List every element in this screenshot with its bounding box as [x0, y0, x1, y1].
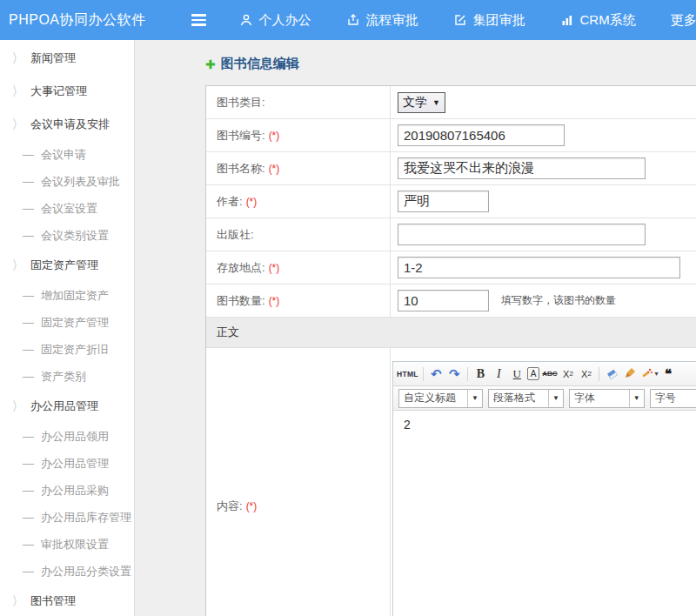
required-mark: (*) [269, 163, 280, 175]
chevron-right-icon: 〉 [12, 256, 23, 274]
font-color-icon[interactable]: A [527, 367, 540, 380]
sidebar-item-book-manage[interactable]: 〉图书管理 [0, 585, 134, 616]
nav-crm-system[interactable]: CRM系统 [560, 12, 636, 29]
redo-icon[interactable]: ↷ [446, 365, 463, 382]
nav-personal-office[interactable]: 个人办公 [239, 12, 311, 29]
sidebar-item-asset-depreciation[interactable]: —固定资产折旧 [0, 336, 134, 363]
rich-text-editor: HTML ↶ ↷ B I U A ABC X2 X2 [392, 361, 696, 616]
quantity-hint: 填写数字，该图书的数量 [501, 293, 616, 308]
sidebar-item-meeting-category[interactable]: —会议类别设置 [0, 222, 134, 249]
main-content: ✚ 图书信息编辑 图书类目: 文学 ▼ 图书编号:(*) 图书名称:(*) [135, 40, 696, 616]
form-row-book-name: 图书名称:(*) [206, 152, 696, 185]
bar-chart-icon [560, 13, 574, 27]
chevron-right-icon: 〉 [12, 82, 23, 100]
sidebar-item-supplies-stock[interactable]: —办公用品库存管理 [0, 504, 134, 531]
book-name-input[interactable] [398, 157, 646, 179]
required-mark: (*) [269, 295, 280, 307]
chevron-right-icon: 〉 [12, 592, 23, 610]
field-label: 内容: [217, 499, 243, 514]
sidebar-item-supplies-category[interactable]: —办公用品分类设置 [0, 558, 134, 585]
sidebar-item-approval-permission[interactable]: —审批权限设置 [0, 531, 134, 558]
paragraph-format-dropdown[interactable]: 段落格式 ▼ [488, 389, 564, 408]
blockquote-icon[interactable]: ❝ [660, 365, 677, 382]
publisher-input[interactable] [398, 224, 646, 245]
caret-down-icon: ▼ [548, 390, 563, 407]
sidebar-item-meeting-apply[interactable]: —会议申请 [0, 141, 134, 168]
field-label: 存放地点: [217, 260, 265, 276]
page-title: ✚ 图书信息编辑 [205, 56, 696, 72]
required-mark: (*) [269, 262, 280, 274]
sidebar-item-office-supplies[interactable]: 〉办公用品管理 [0, 390, 134, 423]
strikethrough-icon[interactable]: ABC [541, 365, 558, 382]
field-label: 图书数量: [217, 293, 265, 309]
book-edit-form: 图书类目: 文学 ▼ 图书编号:(*) 图书名称:(*) 作者:(*) [205, 85, 696, 616]
undo-icon[interactable]: ↶ [428, 365, 445, 382]
auto-typeset-icon[interactable]: ▾ [640, 365, 658, 382]
sidebar-item-supplies-manage[interactable]: —办公用品管理 [0, 450, 134, 477]
editor-toolbar-row1: HTML ↶ ↷ B I U A ABC X2 X2 [393, 362, 696, 386]
chevron-right-icon: 〉 [12, 115, 23, 133]
nav-workflow-approval[interactable]: 流程审批 [346, 12, 418, 29]
html-source-button[interactable]: HTML [397, 365, 418, 382]
sidebar-item-fixed-assets[interactable]: 〉固定资产管理 [0, 249, 134, 282]
form-row-content: 内容:(*) HTML ↶ ↷ B I U A A [206, 348, 696, 616]
location-input[interactable] [398, 257, 680, 278]
required-mark: (*) [269, 130, 280, 142]
required-mark: (*) [246, 500, 258, 512]
caret-down-icon: ▾ [654, 370, 658, 378]
category-select[interactable]: 文学 ▼ [398, 92, 445, 113]
sidebar-item-memorabilia[interactable]: 〉大事记管理 [0, 75, 134, 108]
form-row-author: 作者:(*) [206, 185, 696, 218]
top-header: PHPOA协同办公软件 个人办公 流程审批 集团审批 CRM系统 [0, 0, 696, 40]
edit-icon [453, 13, 467, 27]
field-label: 出版社: [217, 227, 254, 243]
sidebar-item-news[interactable]: 〉新闻管理 [0, 42, 134, 75]
subscript-icon[interactable]: X2 [578, 365, 594, 382]
editor-toolbar-row2: 自定义标题 ▼ 段落格式 ▼ 字体 ▼ [393, 386, 696, 411]
form-row-location: 存放地点:(*) [206, 251, 696, 285]
form-row-book-code: 图书编号:(*) [206, 119, 696, 152]
sidebar-item-supplies-purchase[interactable]: —办公用品采购 [0, 477, 134, 504]
section-header-body: 正文 [206, 318, 696, 348]
nav-group-approval[interactable]: 集团审批 [453, 12, 525, 29]
sidebar-item-meeting-room[interactable]: —会议室设置 [0, 195, 134, 222]
top-nav: 个人办公 流程审批 集团审批 CRM系统 更多应用 ▼ [239, 12, 696, 29]
sidebar-item-asset-manage[interactable]: —固定资产管理 [0, 309, 134, 336]
hamburger-menu-icon[interactable] [191, 14, 206, 26]
quantity-input[interactable] [398, 290, 489, 311]
chevron-right-icon: 〉 [12, 397, 23, 415]
author-input[interactable] [398, 191, 489, 212]
sidebar: 〉新闻管理 〉大事记管理 〉会议申请及安排 —会议申请 —会议列表及审批 —会议… [0, 40, 135, 616]
export-icon [346, 13, 360, 27]
caret-down-icon: ▼ [432, 98, 440, 107]
form-row-publisher: 出版社: [206, 218, 696, 251]
field-label: 图书名称: [217, 161, 265, 177]
custom-title-dropdown[interactable]: 自定义标题 ▼ [398, 389, 483, 408]
plus-icon: ✚ [205, 57, 216, 71]
app-title: PHPOA协同办公软件 [0, 11, 146, 30]
sidebar-item-meeting-list[interactable]: —会议列表及审批 [0, 168, 134, 195]
italic-icon[interactable]: I [491, 365, 507, 382]
user-icon [239, 13, 253, 27]
eraser-icon[interactable] [604, 365, 620, 382]
form-row-quantity: 图书数量:(*) 填写数字，该图书的数量 [206, 285, 696, 318]
underline-icon[interactable]: U [509, 365, 525, 382]
field-label: 图书类目: [217, 95, 265, 110]
nav-more-apps[interactable]: 更多应用 ▼ [671, 12, 696, 29]
caret-down-icon: ▼ [467, 390, 482, 407]
sidebar-item-asset-category[interactable]: —资产类别 [0, 363, 134, 390]
required-mark: (*) [246, 196, 258, 208]
editor-content-area[interactable]: 2 [393, 411, 696, 616]
field-label: 作者: [217, 194, 243, 210]
superscript-icon[interactable]: X2 [559, 365, 576, 382]
caret-down-icon: ▼ [629, 390, 644, 407]
font-size-dropdown[interactable]: 字号 ▼ [650, 389, 696, 408]
sidebar-item-supplies-claim[interactable]: —办公用品领用 [0, 423, 134, 450]
format-brush-icon[interactable] [622, 365, 639, 382]
font-family-dropdown[interactable]: 字体 ▼ [569, 389, 645, 408]
field-label: 图书编号: [217, 128, 265, 144]
sidebar-item-asset-add[interactable]: —增加固定资产 [0, 282, 134, 309]
book-code-input[interactable] [398, 124, 565, 146]
sidebar-item-meeting[interactable]: 〉会议申请及安排 [0, 108, 134, 141]
bold-icon[interactable]: B [472, 365, 489, 382]
